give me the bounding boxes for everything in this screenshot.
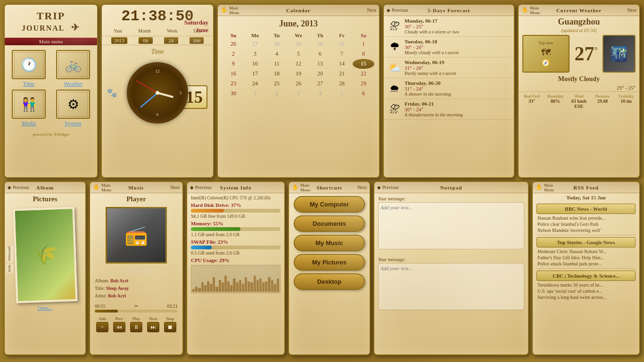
album-next-btn[interactable]: next (7, 264, 13, 273)
cal-day[interactable]: 6 (353, 89, 374, 99)
cal-day[interactable]: 1 (353, 39, 374, 49)
cal-day[interactable]: 25 (266, 79, 288, 89)
cal-day-today[interactable]: 15 (353, 59, 374, 69)
cal-day[interactable]: 3 (244, 49, 266, 59)
album-photo[interactable]: 🌾 (13, 207, 77, 303)
cal-day[interactable]: 4 (309, 89, 331, 99)
rss-header-title: RSS Feed (573, 185, 599, 190)
cal-day[interactable]: 4 (266, 49, 288, 59)
cal-day[interactable]: 21 (331, 69, 353, 79)
music-stars[interactable]: ☆☆☆☆☆ (90, 265, 182, 276)
cal-day[interactable]: 28 (266, 39, 288, 49)
rss-btn-google[interactable]: Top Stories - Google News (537, 237, 636, 247)
main-menu-label[interactable]: Main menu (5, 38, 97, 45)
media-label[interactable]: Media (22, 120, 36, 127)
pressure-label: Pressure (591, 94, 614, 99)
cal-day[interactable]: 26 (288, 79, 309, 89)
cal-day[interactable]: 23 (223, 79, 244, 89)
journal-item-system[interactable]: ⚙ System (52, 90, 94, 127)
shortcuts-next[interactable]: Next (358, 185, 367, 190)
journal-item-weather[interactable]: 🚲 Weather (52, 50, 94, 88)
weather-main-menu[interactable]: ✋ MainMenu (521, 6, 540, 15)
cal-day[interactable]: 27 (244, 39, 266, 49)
tab-year[interactable]: Year (112, 28, 124, 34)
cal-day[interactable]: 7 (331, 49, 353, 59)
rss-btn-bbc[interactable]: BBC News - World (537, 204, 636, 214)
cpu-graph-bar (271, 280, 273, 292)
cal-day[interactable]: 14 (331, 59, 353, 69)
music-main-menu[interactable]: ✋ MainMenu (93, 183, 111, 192)
shortcut-my-music[interactable]: My Music (294, 235, 365, 251)
cal-day[interactable]: 16 (223, 69, 244, 79)
cal-day[interactable]: 29 (353, 79, 374, 89)
prev-arrow: ◆ (190, 185, 194, 190)
rss-btn-cbc[interactable]: CBC | Technology & Science... (537, 271, 636, 281)
cal-day[interactable]: 26 (223, 39, 244, 49)
cal-day[interactable]: 27 (309, 79, 331, 89)
notepad-widget: ◆ Previous Notepad Your message: Your me… (373, 181, 529, 355)
shortcut-my-pictures[interactable]: My Pictures (294, 254, 365, 271)
time-tab-values: 2013 06 24 166 (102, 36, 213, 45)
cal-day[interactable]: 29 (288, 39, 309, 49)
album-open-btn[interactable]: Open... (37, 305, 52, 311)
cal-day[interactable]: 5 (288, 49, 309, 59)
cal-day[interactable]: 9 (223, 59, 244, 69)
time-label[interactable]: Time (23, 81, 35, 88)
system-label[interactable]: System (65, 120, 81, 127)
notepad-prev[interactable]: ◆ Previous (377, 185, 399, 190)
cal-day[interactable]: 8 (353, 49, 374, 59)
cal-day[interactable]: 30 (223, 89, 244, 99)
cal-day[interactable]: 24 (244, 79, 266, 89)
cal-day[interactable]: 10 (244, 59, 266, 69)
cal-day[interactable]: 5 (331, 89, 353, 99)
rss-main-menu[interactable]: ✋ MainMenu (536, 183, 554, 192)
cal-day[interactable]: 19 (288, 69, 309, 79)
cal-day[interactable]: 18 (266, 69, 288, 79)
calendar-next[interactable]: Next (367, 8, 376, 13)
forecast-prev[interactable]: ◆ Previous (387, 8, 408, 13)
cal-day[interactable]: 22 (353, 69, 374, 79)
journal-item-time[interactable]: 🕐 Time (8, 50, 50, 88)
cal-day[interactable]: 30 (309, 39, 331, 49)
music-progress-area: 00:55 ✂ 03:21 (90, 301, 182, 314)
shortcut-my-computer[interactable]: My Computer (294, 196, 365, 213)
calendar-main-menu[interactable]: ✋ MainMenu (221, 6, 239, 15)
tab-month[interactable]: Month (136, 28, 153, 34)
journal-item-media[interactable]: 👫 Media (8, 90, 50, 127)
cal-day[interactable]: 3 (288, 89, 309, 99)
sysinfo-prev[interactable]: ◆ Previous (190, 185, 212, 190)
album-prev[interactable]: ◆ Previous (8, 185, 29, 190)
ctrl-prev-btn[interactable]: ⏮ (113, 322, 125, 332)
cal-day[interactable]: 20 (309, 69, 331, 79)
cal-day[interactable]: 1 (244, 89, 266, 99)
cpu-graph-bar (268, 277, 270, 292)
ctrl-play-btn[interactable]: ⏸ (130, 322, 142, 332)
cal-day[interactable]: 13 (309, 59, 331, 69)
cal-day[interactable]: 28 (331, 79, 353, 89)
weather-widget: ✋ MainMenu Current Weather Next Guangzho… (518, 4, 640, 178)
cal-day[interactable]: 17 (244, 69, 266, 79)
music-next[interactable]: Next (171, 185, 180, 190)
weather-label[interactable]: Weather (64, 81, 83, 88)
notepad-input-2[interactable] (378, 263, 524, 310)
cal-day[interactable]: 6 (309, 49, 331, 59)
music-progress-bar[interactable] (95, 310, 178, 313)
ctrl-add-btn[interactable]: + (96, 322, 108, 332)
notepad-input-1[interactable] (378, 202, 524, 249)
shortcuts-main-menu[interactable]: ✋ MainMenu (292, 183, 310, 192)
ctrl-next-btn[interactable]: ⏭ (147, 322, 159, 332)
weather-next[interactable]: Next (627, 8, 636, 13)
ctrl-stop-btn[interactable]: ⏹ (164, 322, 176, 332)
ctrl-add-label: Add (99, 316, 106, 321)
shortcut-documents[interactable]: Documents (294, 215, 365, 232)
cal-day[interactable]: 2 (223, 49, 244, 59)
forecast-widget: ◆ Previous 5-Days Forecast ⛈ Monday, 06-… (383, 4, 515, 178)
weather-map[interactable]: Trip view 🗺 🧭 (522, 35, 570, 73)
cal-day[interactable]: 31 (331, 39, 353, 49)
cal-day[interactable]: 12 (288, 59, 309, 69)
cal-day[interactable]: 11 (266, 59, 288, 69)
shortcut-desktop[interactable]: Desktop (294, 273, 365, 290)
album-prev-btn[interactable]: previous (7, 246, 13, 262)
cal-day[interactable]: 2 (266, 89, 288, 99)
tab-week[interactable]: Week (165, 28, 180, 34)
